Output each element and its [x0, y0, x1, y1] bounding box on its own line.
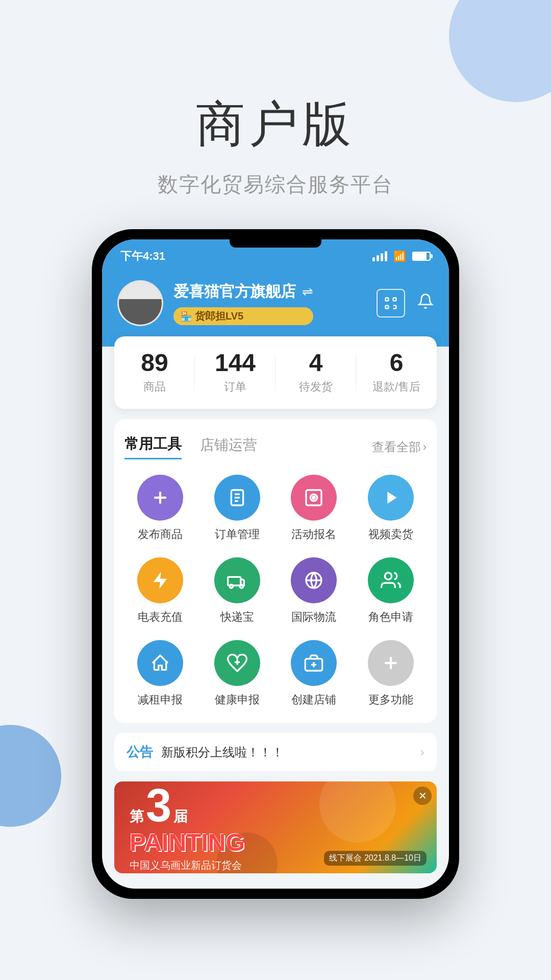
intl-logistics-icon: [291, 557, 337, 603]
svg-point-14: [313, 497, 315, 499]
create-store-label: 创建店铺: [291, 692, 336, 707]
more-functions-label: 更多功能: [368, 692, 413, 707]
electric-recharge-label: 电表充值: [138, 609, 183, 625]
badge-text: 货郎担LV5: [195, 309, 243, 323]
banner-subtitle: 中国义乌画业新品订货会: [130, 859, 245, 872]
banner-container[interactable]: 第 3 届 PAINTING 中国义乌画业新品订货会 ✕ 线下展会 2021.8…: [114, 781, 437, 873]
banner-image: 第 3 届 PAINTING 中国义乌画业新品订货会 ✕ 线下展会 2021.8…: [114, 781, 437, 873]
order-management-icon: [214, 475, 260, 521]
stat-orders-number: 144: [200, 351, 270, 375]
svg-rect-2: [386, 306, 389, 309]
stat-refund-number: 6: [361, 351, 432, 375]
announcement-bar[interactable]: 公告 新版积分上线啦！！！ ›: [114, 733, 437, 771]
tool-express[interactable]: 快递宝: [202, 557, 273, 625]
announcement-arrow-icon: ›: [420, 744, 424, 760]
page-header: 商户版 数字化贸易综合服务平台: [0, 0, 551, 229]
publish-product-icon: [137, 475, 183, 521]
tool-role-apply[interactable]: 角色申请: [355, 557, 427, 625]
store-name-row: 爱喜猫官方旗舰店 ⇌: [173, 281, 313, 302]
express-label: 快递宝: [220, 609, 254, 625]
svg-marker-16: [154, 572, 167, 589]
electric-recharge-icon: [137, 557, 183, 603]
tool-rent-reduction[interactable]: 减租申报: [124, 640, 196, 707]
stat-products-label: 商品: [119, 379, 190, 395]
tool-intl-logistics[interactable]: 国际物流: [278, 557, 350, 625]
banner-content: 第 3 届 PAINTING 中国义乌画业新品订货会: [130, 782, 245, 872]
signal-icon: [372, 251, 387, 261]
tools-grid: 发布商品 订单管理: [124, 475, 427, 707]
page-title: 商户版: [0, 92, 551, 158]
banner-badge: 线下展会 2021.8.8—10日: [324, 851, 427, 866]
view-all-text: 查看全部: [372, 439, 421, 455]
rent-reduction-label: 减租申报: [138, 692, 183, 707]
tool-order-management[interactable]: 订单管理: [202, 475, 273, 542]
stat-refund-label: 退款/售后: [361, 379, 432, 395]
video-selling-icon: [368, 475, 414, 521]
stat-products[interactable]: 89 商品: [114, 336, 195, 409]
tools-section: 常用工具 店铺运营 查看全部 ›: [114, 419, 437, 723]
publish-product-label: 发布商品: [138, 527, 183, 542]
svg-point-22: [385, 573, 391, 579]
announcement-tag: 公告: [127, 743, 153, 761]
stat-products-number: 89: [119, 351, 190, 375]
app-header: 爱喜猫官方旗舰店 ⇌ 🏪 货郎担LV5: [102, 270, 449, 347]
phone-notch: [230, 239, 321, 248]
svg-rect-17: [228, 577, 240, 585]
store-info: 爱喜猫官方旗舰店 ⇌ 🏪 货郎担LV5: [173, 281, 313, 325]
tab-store-ops[interactable]: 店铺运营: [200, 435, 257, 459]
view-all-button[interactable]: 查看全部 ›: [372, 439, 427, 455]
stats-card: 89 商品 144 订单 4 待发货 6 退款/售后: [114, 336, 437, 409]
stat-pending[interactable]: 4 待发货: [276, 336, 356, 409]
rent-reduction-icon: [137, 640, 183, 686]
svg-point-18: [230, 584, 233, 588]
switch-store-icon[interactable]: ⇌: [302, 284, 313, 300]
tool-create-store[interactable]: 创建店铺: [278, 640, 350, 707]
avatar[interactable]: [117, 280, 163, 326]
scan-button[interactable]: [377, 289, 405, 317]
battery-icon: [412, 252, 431, 261]
svg-point-19: [240, 584, 243, 588]
stat-pending-number: 4: [281, 351, 351, 375]
phone-screen: 下午4:31 📶: [102, 239, 449, 889]
stat-orders[interactable]: 144 订单: [195, 336, 276, 409]
page-subtitle: 数字化贸易综合服务平台: [0, 170, 551, 199]
svg-rect-0: [386, 298, 389, 301]
banner-title-en: PAINTING: [130, 828, 245, 856]
order-management-label: 订单管理: [215, 527, 260, 542]
chevron-right-icon: ›: [423, 440, 427, 454]
status-time: 下午4:31: [120, 249, 165, 264]
header-right: [377, 289, 434, 317]
store-name: 爱喜猫官方旗舰店: [173, 281, 296, 302]
svg-marker-15: [387, 492, 396, 503]
banner-close-button[interactable]: ✕: [413, 787, 432, 805]
video-selling-label: 视频卖货: [368, 527, 413, 542]
tool-publish-product[interactable]: 发布商品: [124, 475, 196, 542]
express-icon: [214, 557, 260, 603]
wifi-icon: 📶: [393, 250, 406, 262]
stat-pending-label: 待发货: [281, 379, 351, 395]
activity-signup-label: 活动报名: [291, 527, 336, 542]
tool-video-selling[interactable]: 视频卖货: [355, 475, 427, 542]
intl-logistics-label: 国际物流: [291, 609, 336, 625]
tools-tabs: 常用工具 店铺运营 查看全部 ›: [124, 434, 427, 459]
tool-activity-signup[interactable]: 活动报名: [278, 475, 350, 542]
status-icons: 📶: [372, 250, 431, 262]
stat-orders-label: 订单: [200, 379, 270, 395]
tool-more-functions[interactable]: 更多功能: [355, 640, 427, 707]
tool-health-report[interactable]: 健康申报: [202, 640, 273, 707]
banner-pre-title: 第: [130, 807, 144, 826]
badge-icon: 🏪: [181, 311, 192, 322]
store-badge: 🏪 货郎担LV5: [173, 307, 313, 325]
notification-button[interactable]: [417, 293, 434, 313]
health-report-icon: [214, 640, 260, 686]
announcement-text: 新版积分上线啦！！！: [161, 744, 412, 761]
tab-common-tools[interactable]: 常用工具: [124, 434, 182, 459]
role-apply-icon: [368, 557, 414, 603]
tool-electric-recharge[interactable]: 电表充值: [124, 557, 196, 625]
stat-refund[interactable]: 6 退款/售后: [356, 336, 437, 409]
create-store-icon: [291, 640, 337, 686]
activity-signup-icon: [291, 475, 337, 521]
role-apply-label: 角色申请: [368, 609, 413, 625]
phone-mockup: 下午4:31 📶: [92, 229, 459, 899]
health-report-label: 健康申报: [215, 692, 260, 707]
